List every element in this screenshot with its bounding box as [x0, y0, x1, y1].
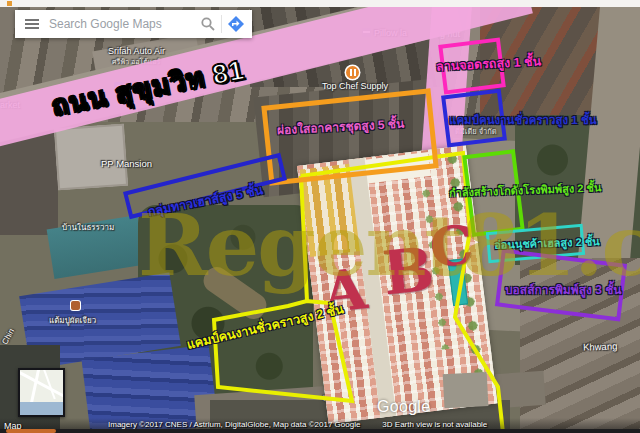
taskbar-accent [6, 429, 56, 433]
browser-strip [0, 0, 640, 7]
poi-baan[interactable]: บ้านในธรรวาม [62, 221, 114, 234]
google-logo: Google [377, 398, 430, 416]
food-poi-icon [71, 301, 80, 310]
poi-pp-mansion[interactable]: PP Mansion [101, 158, 152, 169]
menu-icon[interactable] [25, 17, 39, 31]
directions-icon[interactable] [227, 15, 245, 33]
bookmark-icon[interactable] [7, 1, 12, 6]
divider [221, 15, 222, 33]
earth-view-notice: 3D Earth view is not available [382, 420, 487, 429]
poi-srifah-auto-air[interactable]: Srifah Auto Air [108, 46, 165, 56]
map-thumbnail[interactable] [18, 368, 65, 417]
search-input[interactable] [47, 16, 200, 32]
search-box [15, 10, 252, 38]
attribution: Imagery ©2017 CNES / Astrium, DigitalGlo… [108, 420, 487, 429]
attribution-text: Imagery ©2017 CNES / Astrium, DigitalGlo… [108, 420, 360, 429]
watermark: Regent81.com [138, 196, 640, 295]
google-maps-satellite-view: Srifah Auto Air ศรีฟ้า ออโต้แอร์ Pillow … [0, 0, 640, 433]
street-label-khwang-right: Khwang [583, 340, 618, 352]
search-icon[interactable] [200, 16, 216, 32]
poi-food-stall[interactable]: แต้มปูผัดเจียว [49, 314, 96, 327]
annotation-label-camp-1fl: แคมป์คนงานชั่วคราวสูง 1 ชั้น [449, 111, 597, 129]
taskbar [0, 429, 640, 433]
restaurant-icon[interactable] [346, 66, 359, 79]
poi-top-chef-supply[interactable]: Top Chef Supply [322, 81, 388, 91]
